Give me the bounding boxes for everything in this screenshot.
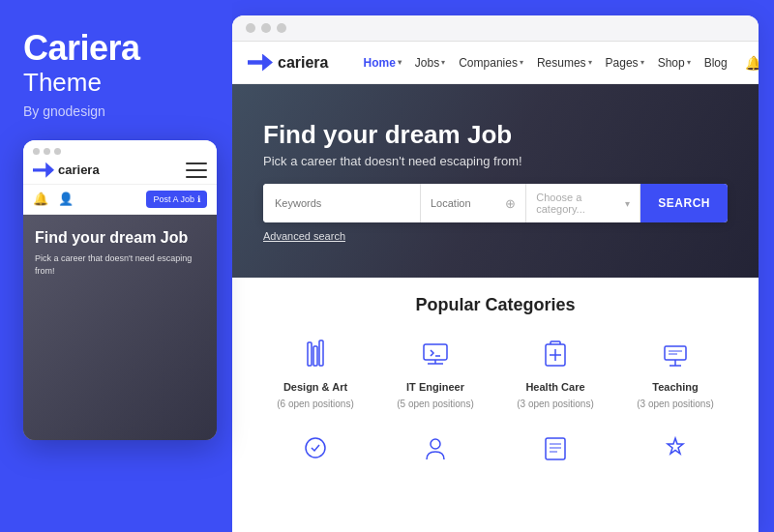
browser-dot-1 bbox=[246, 23, 255, 33]
mobile-dots bbox=[33, 148, 207, 155]
svg-point-16 bbox=[431, 439, 440, 449]
browser-dot-3 bbox=[277, 23, 286, 33]
mobile-logo-text: cariera bbox=[58, 163, 100, 177]
nav-right: 🔔 👤 Post A Job ℹ bbox=[745, 40, 759, 86]
mobile-dot-1 bbox=[33, 148, 40, 155]
user-icon[interactable]: 👤 bbox=[58, 192, 74, 206]
keywords-input[interactable] bbox=[263, 184, 421, 222]
nav-shop-arrow: ▾ bbox=[687, 58, 691, 67]
location-input[interactable] bbox=[431, 197, 501, 209]
site-logo-icon bbox=[248, 54, 273, 72]
nav-jobs[interactable]: Jobs ▾ bbox=[415, 56, 445, 70]
categories-row2 bbox=[255, 427, 735, 469]
nav-resumes-label: Resumes bbox=[537, 56, 586, 70]
site-logo: cariera bbox=[248, 54, 329, 72]
category-design-art[interactable]: Design & Art (6 open positions) bbox=[255, 333, 375, 409]
category-placeholder: Choose a category... bbox=[536, 192, 621, 215]
row2-icon4 bbox=[654, 427, 697, 469]
mobile-mockup: cariera 🔔 👤 Post A Job ℹ Find your dream… bbox=[23, 140, 217, 440]
mobile-logo-icon bbox=[33, 163, 54, 178]
teaching-count: (3 open positions) bbox=[637, 399, 714, 409]
notification-icon[interactable]: 🔔 bbox=[745, 55, 759, 71]
category-health-care[interactable]: Health Care (3 open positions) bbox=[495, 333, 615, 409]
browser-dot-2 bbox=[261, 23, 271, 33]
categories-row1: Design & Art (6 open positions) IT Engin… bbox=[255, 333, 735, 409]
nav-pages-label: Pages bbox=[606, 56, 639, 70]
browser-bar bbox=[232, 15, 759, 42]
nav-shop[interactable]: Shop ▾ bbox=[658, 56, 691, 70]
mobile-post-job-label: Post A Job bbox=[153, 194, 194, 204]
nav-shop-label: Shop bbox=[658, 56, 685, 70]
location-field: ⊕ bbox=[421, 184, 526, 222]
teaching-icon bbox=[654, 333, 697, 375]
nav-resumes-arrow: ▾ bbox=[588, 58, 592, 67]
left-panel: Cariera Theme By gnodesign cariera 🔔 � bbox=[0, 0, 232, 532]
category-row2-item3[interactable] bbox=[495, 427, 615, 469]
hero-subtitle: Pick a career that doesn't need escaping… bbox=[263, 154, 728, 168]
nav-home[interactable]: Home ▾ bbox=[364, 56, 402, 70]
hero-content: Find your dream Job Pick a career that d… bbox=[263, 120, 728, 222]
hero-title: Find your dream Job bbox=[263, 120, 728, 150]
design-art-count: (6 open positions) bbox=[277, 399, 354, 409]
nav-jobs-arrow: ▾ bbox=[441, 58, 445, 67]
category-caret-icon: ▾ bbox=[625, 198, 630, 209]
svg-rect-17 bbox=[546, 438, 565, 459]
health-care-icon bbox=[534, 333, 577, 375]
nav-pages[interactable]: Pages ▾ bbox=[606, 56, 644, 70]
category-select[interactable]: Choose a category... ▾ bbox=[526, 184, 640, 222]
it-engineer-name: IT Engineer bbox=[406, 381, 464, 393]
svg-rect-3 bbox=[424, 344, 447, 360]
brand-title: Cariera bbox=[23, 29, 209, 68]
health-care-name: Health Care bbox=[525, 381, 584, 393]
row2-icon3 bbox=[534, 427, 577, 469]
svg-rect-0 bbox=[308, 342, 312, 366]
location-icon: ⊕ bbox=[505, 196, 516, 211]
categories-section: Popular Categories Design & Art (6 open … bbox=[232, 278, 759, 532]
category-row2-item4[interactable] bbox=[615, 427, 735, 469]
nav-home-label: Home bbox=[364, 56, 396, 70]
nav-blog-label: Blog bbox=[704, 56, 728, 70]
teaching-name: Teaching bbox=[652, 381, 698, 393]
mobile-icons-row: 🔔 👤 Post A Job ℹ bbox=[23, 185, 217, 215]
site-nav: cariera Home ▾ Jobs ▾ Companies ▾ Resume… bbox=[232, 42, 759, 84]
mobile-hero-content: Find your dream Job Pick a career that d… bbox=[35, 228, 205, 277]
brand-subtitle: Theme bbox=[23, 68, 209, 98]
it-engineer-count: (5 open positions) bbox=[397, 399, 474, 409]
nav-companies[interactable]: Companies ▾ bbox=[459, 56, 523, 70]
category-row2-item1[interactable] bbox=[255, 427, 375, 469]
advanced-search-link[interactable]: Advanced search bbox=[263, 230, 728, 242]
right-panel: cariera Home ▾ Jobs ▾ Companies ▾ Resume… bbox=[232, 15, 759, 532]
design-art-name: Design & Art bbox=[283, 381, 347, 393]
it-engineer-icon bbox=[414, 333, 457, 375]
mobile-post-icon: ℹ bbox=[197, 194, 200, 204]
mobile-hero-sub: Pick a career that doesn't need escaping… bbox=[35, 252, 205, 277]
category-row2-item2[interactable] bbox=[375, 427, 495, 469]
category-it-engineer[interactable]: IT Engineer (5 open positions) bbox=[375, 333, 495, 409]
search-button[interactable]: SEARCH bbox=[640, 184, 728, 222]
svg-point-15 bbox=[306, 438, 325, 458]
nav-companies-label: Companies bbox=[459, 56, 518, 70]
row2-icon2 bbox=[414, 427, 457, 469]
mobile-dot-3 bbox=[54, 148, 61, 155]
nav-home-arrow: ▾ bbox=[398, 58, 402, 67]
mobile-post-job-button[interactable]: Post A Job ℹ bbox=[146, 191, 207, 208]
mobile-logo: cariera bbox=[33, 163, 100, 178]
nav-pages-arrow: ▾ bbox=[640, 58, 644, 67]
nav-blog[interactable]: Blog bbox=[704, 56, 728, 70]
row2-icon1 bbox=[294, 427, 337, 469]
svg-rect-2 bbox=[319, 340, 323, 366]
hero-section: Find your dream Job Pick a career that d… bbox=[232, 84, 759, 278]
category-teaching[interactable]: Teaching (3 open positions) bbox=[615, 333, 735, 409]
hamburger-icon[interactable] bbox=[186, 163, 207, 178]
mobile-hero-title: Find your dream Job bbox=[35, 228, 205, 247]
mobile-dot-2 bbox=[44, 148, 50, 155]
site-logo-text: cariera bbox=[278, 54, 329, 72]
svg-rect-1 bbox=[313, 346, 317, 366]
health-care-count: (3 open positions) bbox=[517, 399, 594, 409]
nav-resumes[interactable]: Resumes ▾ bbox=[537, 56, 592, 70]
brand-by: By gnodesign bbox=[23, 103, 209, 119]
mobile-nav-row: cariera bbox=[33, 163, 207, 178]
bell-icon[interactable]: 🔔 bbox=[33, 192, 48, 206]
nav-links: Home ▾ Jobs ▾ Companies ▾ Resumes ▾ Page… bbox=[364, 56, 728, 70]
nav-companies-arrow: ▾ bbox=[520, 58, 523, 67]
